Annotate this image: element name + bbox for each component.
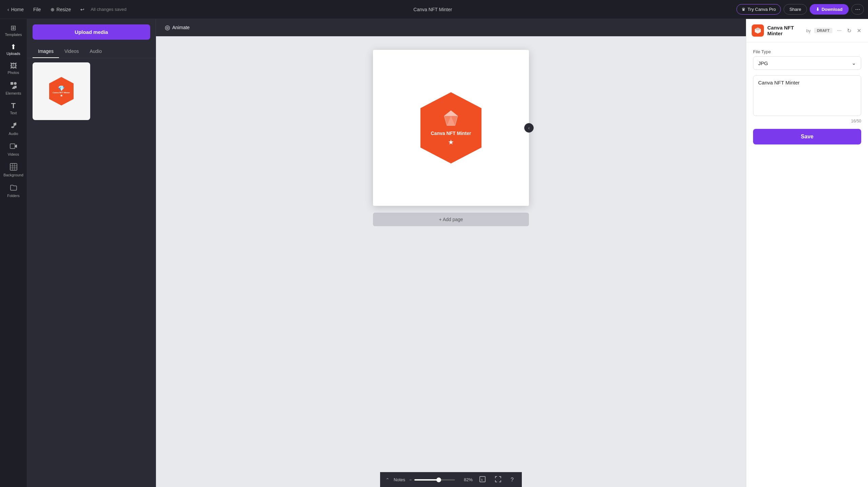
main-layout: ⊞ Templates ⬆ Uploads 🖼 Photos Elements …	[0, 19, 868, 487]
zoom-thumb[interactable]	[436, 478, 441, 482]
file-type-field: File Type JPG ⌄	[753, 49, 861, 70]
background-icon	[10, 163, 17, 172]
tab-videos[interactable]: Videos	[59, 45, 84, 58]
tab-images[interactable]: Images	[33, 45, 59, 58]
uploaded-image-thumbnail[interactable]: 💎 Canva NFT Minter ★	[33, 62, 90, 120]
text-icon: T	[11, 102, 16, 110]
star-icon: ★	[431, 138, 471, 146]
animate-label: Animate	[172, 25, 190, 30]
home-button[interactable]: ‹ Home	[4, 5, 27, 14]
thumbnails-grid: 💎 Canva NFT Minter ★	[33, 62, 150, 120]
right-panel-body: File Type JPG ⌄ 16/50 Save	[746, 42, 868, 487]
file-type-select[interactable]: JPG ⌄	[753, 56, 861, 70]
sidebar-label-templates: Templates	[5, 33, 22, 37]
canvas-page: Canva NFT Minter ★ ‹	[373, 50, 529, 206]
sidebar-label-videos: Videos	[8, 152, 19, 156]
audio-icon	[10, 122, 17, 130]
hide-panel-button[interactable]: ‹	[524, 123, 534, 133]
file-type-label: File Type	[753, 49, 861, 54]
nft-badge: Canva NFT Minter ★	[417, 91, 485, 165]
resize-button[interactable]: ⊕ Resize	[47, 5, 75, 14]
thumb-hex-content: 💎 Canva NFT Minter ★	[53, 85, 70, 97]
sidebar-item-elements[interactable]: Elements	[2, 79, 25, 98]
svg-marker-15	[444, 111, 458, 116]
svg-rect-3	[14, 86, 17, 88]
project-name-textarea[interactable]	[753, 75, 861, 116]
draft-badge: DRAFT	[814, 28, 832, 33]
saved-status: All changes saved	[91, 7, 126, 12]
svg-point-1	[14, 82, 17, 85]
help-button[interactable]: ?	[508, 475, 516, 484]
svg-rect-5	[14, 123, 14, 127]
home-label: Home	[11, 7, 24, 12]
panel-more-button[interactable]: ···	[836, 26, 843, 35]
chevron-down-icon: ⌄	[852, 60, 856, 66]
upload-media-button[interactable]: Upload media	[33, 24, 150, 40]
sidebar-item-uploads[interactable]: ⬆ Uploads	[2, 41, 25, 58]
svg-text:1: 1	[481, 478, 483, 481]
thumb-inner: 💎 Canva NFT Minter ★	[33, 62, 90, 120]
zoom-out-icon: −	[409, 478, 412, 482]
share-label: Share	[789, 7, 801, 12]
panel-close-button[interactable]: ✕	[855, 26, 863, 35]
svg-rect-7	[10, 163, 17, 170]
sidebar-label-audio: Audio	[8, 132, 18, 136]
name-field: 16/50	[753, 75, 861, 123]
zoom-track[interactable]	[414, 479, 455, 481]
resize-label: Resize	[57, 7, 71, 12]
save-label: Save	[801, 134, 813, 139]
sidebar-label-uploads: Uploads	[6, 52, 20, 56]
thumb-hex-badge: 💎 Canva NFT Minter ★	[48, 76, 75, 106]
file-button[interactable]: File	[30, 5, 44, 14]
svg-point-4	[11, 126, 14, 128]
folders-icon	[10, 184, 17, 192]
sidebar-item-photos[interactable]: 🖼 Photos	[2, 60, 25, 77]
nft-text: Canva NFT Minter	[431, 131, 471, 136]
zoom-percentage: 82%	[459, 477, 473, 482]
media-tabs: Images Videos Audio	[27, 45, 156, 58]
project-title: Canva NFT Minter	[132, 7, 734, 12]
svg-rect-0	[11, 82, 13, 85]
diamond-icon	[431, 110, 471, 129]
char-count-label: 16/50	[753, 119, 861, 123]
sidebar-item-audio[interactable]: Audio	[2, 119, 25, 138]
sidebar-label-elements: Elements	[6, 91, 21, 95]
right-panel: Canva NFT Minter by DRAFT ··· ↻ ✕ File T…	[746, 19, 868, 487]
try-pro-button[interactable]: ♛ Try Canva Pro	[736, 4, 781, 15]
svg-rect-6	[10, 144, 15, 149]
more-options-button[interactable]: ···	[851, 4, 864, 15]
share-button[interactable]: Share	[784, 4, 807, 15]
canvas-scroll-area[interactable]: Canva NFT Minter ★ ‹ + Add page	[156, 36, 746, 472]
page-view-button[interactable]: 1	[477, 475, 488, 485]
undo-button[interactable]: ↩	[77, 5, 88, 14]
right-panel-header: Canva NFT Minter by DRAFT ··· ↻ ✕	[746, 19, 868, 42]
zoom-fill	[414, 479, 439, 481]
left-sidebar: ⊞ Templates ⬆ Uploads 🖼 Photos Elements …	[0, 19, 27, 487]
try-pro-label: Try Canva Pro	[748, 7, 776, 12]
sidebar-item-text[interactable]: T Text	[2, 99, 25, 118]
sidebar-item-background[interactable]: Background	[2, 160, 25, 180]
uploads-panel: Upload media Images Videos Audio	[27, 19, 156, 487]
images-tab-label: Images	[38, 48, 54, 54]
panel-logo	[752, 24, 764, 37]
bottom-bar: ⌃ Notes − 82% 1	[380, 472, 522, 487]
photos-icon: 🖼	[10, 62, 17, 69]
save-button[interactable]: Save	[753, 129, 861, 144]
panel-refresh-button[interactable]: ↻	[846, 26, 853, 35]
file-type-value: JPG	[758, 60, 768, 66]
animate-button[interactable]: ◎ Animate	[161, 22, 193, 33]
expand-button[interactable]	[492, 475, 504, 485]
crown-icon: ♛	[742, 7, 746, 12]
sidebar-item-folders[interactable]: Folders	[2, 181, 25, 200]
resize-icon: ⊕	[51, 7, 55, 12]
sidebar-item-templates[interactable]: ⊞ Templates	[2, 22, 25, 39]
animate-icon: ◎	[165, 24, 170, 31]
tab-audio[interactable]: Audio	[84, 45, 107, 58]
download-button[interactable]: ⬇ Download	[810, 4, 849, 15]
by-label: by	[806, 28, 811, 33]
hex-content: Canva NFT Minter ★	[431, 110, 471, 146]
sidebar-item-videos[interactable]: Videos	[2, 140, 25, 159]
add-page-button[interactable]: + Add page	[373, 213, 529, 226]
file-label: File	[33, 7, 41, 12]
upload-media-label: Upload media	[75, 29, 108, 35]
